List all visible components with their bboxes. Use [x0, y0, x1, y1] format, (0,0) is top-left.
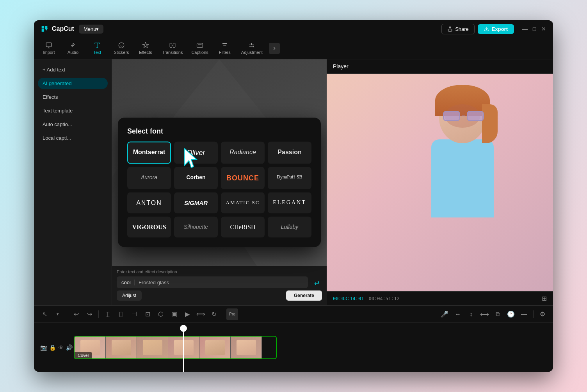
share-label: Share — [455, 26, 469, 32]
font-vigorous[interactable]: VIGOROUS — [127, 217, 171, 238]
font-dynapuff[interactable]: DynaPuff-SB — [268, 167, 311, 189]
trim-button[interactable]: ⌷ — [115, 308, 127, 320]
lock-icon[interactable]: 🔒 — [49, 344, 56, 351]
ai-generated-label: AI generated — [43, 80, 71, 86]
tool-text[interactable]: Text — [85, 40, 109, 56]
tl-sep4 — [533, 310, 534, 318]
delete-button[interactable]: ⊡ — [142, 308, 153, 320]
timeline-toolbar: ↖ ▾ ↩ ↪ ⌶ ⌷ ⊣ ⊡ ⬡ ▣ ▶ ⟺ ↻ Pro 🎤 ↔ ↕ ⟷ ⧉ … — [34, 306, 553, 323]
svg-rect-0 — [46, 43, 52, 47]
tool-stickers[interactable]: Stickers — [110, 40, 133, 56]
player-title: Player — [333, 63, 349, 69]
tl-btn1[interactable]: ↔ — [452, 308, 464, 320]
rotate-button[interactable]: ↻ — [208, 308, 220, 320]
font-amatic[interactable]: AMATIC SC — [221, 192, 265, 214]
tool-adjustment[interactable]: Adjustment — [237, 40, 267, 56]
font-montserrat[interactable]: Montserrat — [127, 142, 171, 164]
tl-dropdown[interactable]: ▾ — [52, 308, 64, 320]
redo-button[interactable]: ↪ — [84, 308, 95, 320]
share-button[interactable]: Share — [441, 24, 475, 34]
pro-button[interactable]: Pro — [226, 308, 238, 320]
add-text-button[interactable]: + Add text — [38, 64, 108, 75]
mic-button[interactable]: 🎤 — [439, 308, 450, 320]
ai-generated-button[interactable]: AI generated — [38, 78, 108, 89]
text-template-button[interactable]: Text template — [38, 105, 108, 116]
adjust-button[interactable]: Adijust — [117, 290, 142, 301]
maximize-button[interactable]: □ — [531, 26, 537, 32]
tool-effects[interactable]: Effects — [134, 40, 157, 56]
text-field-container: cool | Frosted glass — [117, 276, 308, 288]
local-caption-button[interactable]: Local capti... — [38, 132, 108, 144]
shield-button[interactable]: ⬡ — [155, 308, 167, 320]
tool-filters[interactable]: Filters — [213, 40, 237, 56]
main-content: + Add text AI generated Effects Text tem… — [34, 59, 553, 305]
font-cherish[interactable]: CHeRiSH — [221, 217, 265, 238]
tl-btn4[interactable]: ⧉ — [492, 308, 503, 320]
tool-import[interactable]: Import — [37, 40, 60, 56]
split-button[interactable]: ⌶ — [102, 308, 114, 320]
font-passion[interactable]: Passion — [268, 142, 311, 164]
video-track[interactable]: Cover — [74, 336, 277, 359]
font-sigmar[interactable]: SIGMAR — [174, 192, 218, 214]
font-anton[interactable]: ANTON — [127, 192, 171, 214]
svg-point-2 — [119, 43, 124, 48]
tl-sep1 — [67, 310, 67, 318]
editor-area: Create amazing text effects with simple … — [112, 59, 327, 305]
app-window: CapCut Menu▾ Share Export — □ ✕ — [34, 20, 553, 372]
grid-icon: ⊞ — [542, 295, 547, 302]
tl-btn5[interactable]: 🕐 — [505, 308, 517, 320]
shuffle-button[interactable]: ⇄ — [311, 277, 322, 288]
editor-canvas: Create amazing text effects with simple … — [112, 59, 327, 305]
tool-audio[interactable]: Audio — [61, 40, 85, 56]
font-bounce[interactable]: BOUNCE — [221, 167, 265, 189]
font-radiance[interactable]: Radiance — [221, 142, 265, 164]
generate-button[interactable]: Generate — [286, 290, 322, 301]
track-area: Cover — [74, 336, 548, 359]
time-current: 00:03:14:01 — [333, 296, 364, 301]
settings-button[interactable]: ⚙ — [537, 308, 548, 320]
tl-btn3[interactable]: ⟷ — [478, 308, 490, 320]
font-lullaby[interactable]: Lullaby — [268, 217, 311, 238]
extract-button[interactable]: ⊣ — [128, 308, 140, 320]
close-button[interactable]: ✕ — [541, 26, 547, 32]
effects-button[interactable]: Effects — [38, 91, 108, 103]
player-footer: 00:03:14:01 00:04:51:12 ⊞ — [327, 291, 553, 305]
title-bar-actions: Share Export — □ ✕ — [441, 24, 547, 34]
menu-button[interactable]: Menu▾ — [79, 25, 104, 34]
camera-icon: 📷 — [40, 344, 47, 351]
tl-btn6[interactable]: — — [518, 308, 530, 320]
adjust-label: Adijust — [122, 293, 136, 298]
tl-btn2[interactable]: ↕ — [465, 308, 477, 320]
font-corben[interactable]: Corben — [174, 167, 218, 189]
toolbar-more[interactable] — [269, 43, 280, 54]
export-button[interactable]: Export — [478, 24, 514, 34]
svg-rect-5 — [197, 43, 203, 48]
font-elegant[interactable]: ELEGANT — [268, 192, 311, 214]
auto-caption-button[interactable]: Auto captio... — [38, 119, 108, 130]
text-input-row: cool | Frosted glass ⇄ — [117, 276, 322, 288]
mirror-button[interactable]: ⟺ — [195, 308, 206, 320]
frame-button[interactable]: ▣ — [168, 308, 180, 320]
font-modal-title: Select font — [127, 127, 311, 135]
tool-captions[interactable]: Captions — [187, 40, 212, 56]
font-oliver[interactable]: Oliver — [174, 142, 218, 164]
eye-icon[interactable]: 👁 — [58, 344, 64, 351]
thumb-3 — [137, 337, 168, 358]
menu-label: Menu▾ — [84, 26, 99, 32]
font-aurora[interactable]: Aurora — [127, 167, 171, 189]
generate-label: Generate — [294, 293, 314, 298]
text-input-label: Enter text and effect description — [117, 269, 322, 274]
minimize-button[interactable]: — — [522, 26, 528, 32]
svg-rect-4 — [173, 43, 175, 48]
font-silhouette[interactable]: Silhouette — [174, 217, 218, 238]
playhead-head — [180, 325, 187, 332]
select-tool-button[interactable]: ↖ — [39, 308, 50, 320]
thumb-4 — [168, 337, 199, 358]
undo-button[interactable]: ↩ — [70, 308, 82, 320]
play-button[interactable]: ▶ — [181, 308, 193, 320]
tl-sep3 — [223, 310, 223, 318]
effect-value: Frosted glass — [139, 280, 169, 285]
volume-icon[interactable]: 🔊 — [66, 344, 73, 351]
tool-audio-label: Audio — [68, 50, 78, 55]
tool-transitions[interactable]: Transitions — [158, 40, 187, 56]
